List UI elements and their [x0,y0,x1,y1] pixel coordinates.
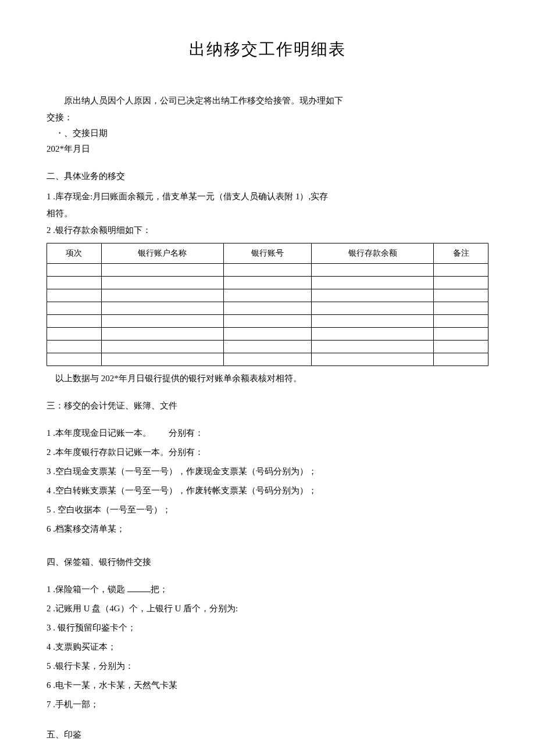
section3-item: 2 .本年度银行存款日记账一本。分别有： [47,445,488,460]
table-row [47,263,488,276]
table-row [47,289,488,302]
table-note: 以上数据与 202*年月日银行提供的银行对账单余额表核对相符。 [47,371,488,386]
section3-item: 5 . 空白收据本（一号至一号）； [47,502,488,518]
table-row [47,276,488,289]
section4-item: 1 .保险箱一个，锁匙 把； [47,582,488,597]
section3-item: 3 .空白现金支票某（一号至一号），作废现金支票某（号码分别为）； [47,464,488,479]
intro-text-2: 交接： [47,110,488,126]
section4-item: 7 .手机一部； [47,697,488,712]
table-header: 项次 [47,243,102,263]
table-header-row: 项次 银行账户名称 银行账号 银行存款余额 备注 [47,243,488,263]
table-header: 备注 [434,243,488,263]
table-header: 银行账户名称 [101,243,223,263]
section3-item: 1 .本年度现金日记账一本。 分别有： [47,425,488,441]
section5-heading: 五、印鉴 [47,727,488,743]
section4-item1-post: 把； [151,585,168,594]
table-row [47,314,488,327]
table-header: 银行存款余额 [312,243,434,263]
section4-item1-pre: 1 .保险箱一个，锁匙 [47,585,127,594]
section3-item: 6 .档案移交清单某； [47,521,488,537]
section2-item2: 2 .银行存款余额明细如下： [47,223,488,238]
section2-item1: 1 .库存现金:月曰账面余额元，借支单某一元（借支人员确认表附 1）,实存 [47,189,488,205]
table-header: 银行账号 [223,243,312,263]
bank-table: 项次 银行账户名称 银行账号 银行存款余额 备注 [47,243,488,366]
date-line: 202*年月日 [47,141,488,157]
section2-item1b: 相符。 [47,206,488,221]
section4-heading: 四、保签箱、银行物件交接 [47,554,488,570]
intro-text: 原出纳人员因个人原因，公司已决定将出纳工作移交给接管。现办理如下 [47,93,488,109]
section4-item: 4 .支票购买证本； [47,639,488,655]
section3-heading: 三：移交的会计凭证、账簿、文件 [47,398,488,414]
section4-item: 6 .电卡一某，水卡某，天然气卡某 [47,678,488,693]
table-row [47,353,488,366]
section4-item: 3 . 银行预留印鉴卡个； [47,620,488,636]
section4-item: 5 .银行卡某，分别为： [47,658,488,674]
section4-item: 2 .记账用 U 盘（4G）个，上银行 U 盾个，分别为: [47,601,488,617]
table-row [47,340,488,353]
section1-label: ・、交接日期 [47,126,488,141]
document-title: 出纳移交工作明细表 [47,35,488,64]
table-row [47,327,488,340]
table-row [47,302,488,314]
section2-heading: 二、具体业务的移交 [47,169,488,184]
blank-underline [127,583,151,592]
section3-item: 4 .空白转账支票某（一号至一号），作废转帐支票某（号码分别为）； [47,483,488,499]
